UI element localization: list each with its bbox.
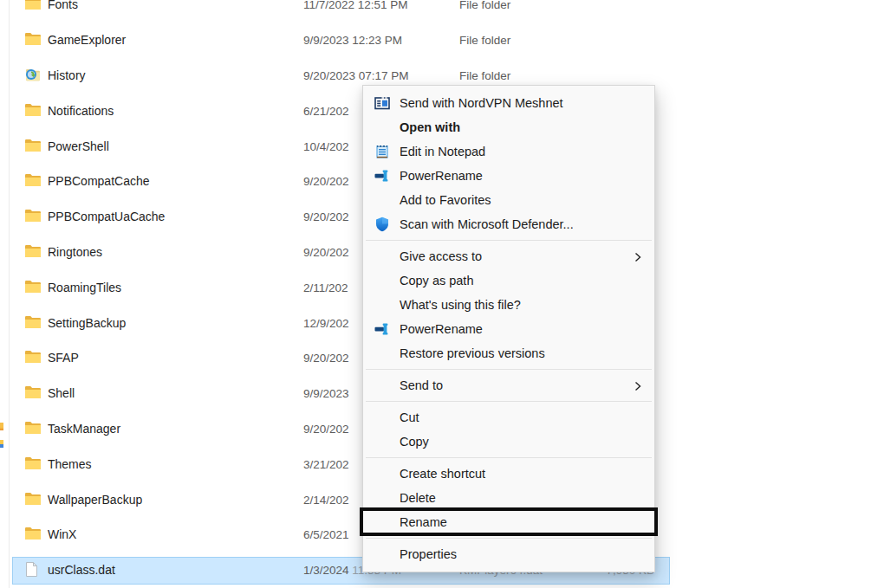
defender-shield-icon: [374, 216, 391, 233]
menu-item-send-to[interactable]: Send to: [363, 373, 654, 397]
history-folder-icon: [24, 67, 43, 84]
file-name: History: [48, 68, 86, 82]
menu-item-label: What's using this file?: [400, 298, 521, 312]
menu-item-label: Edit in Notepad: [400, 145, 485, 158]
folder-icon: [24, 102, 43, 120]
nav-pane-divider: [9, 0, 10, 588]
date-modified: 9/20/202: [303, 245, 349, 258]
menu-item-label: Send to: [400, 378, 443, 392]
chevron-right-icon: [634, 380, 641, 391]
menu-item-label: Delete: [400, 491, 436, 505]
date-modified: 9/20/2023 07:17 PM: [303, 68, 409, 81]
file-name: Ringtones: [48, 245, 102, 259]
menu-item-properties[interactable]: Properties: [363, 542, 654, 566]
folder-icon: [24, 0, 43, 13]
menu-item-label: Create shortcut: [400, 467, 485, 481]
date-modified: 10/4/202: [303, 139, 349, 152]
file-row[interactable]: GameExplorer9/9/2023 12:23 PMFile folder: [12, 23, 879, 58]
file-name: Themes: [48, 457, 92, 471]
menu-separator: [366, 457, 652, 458]
file-name: RoamingTiles: [48, 281, 121, 294]
folder-icon: [24, 172, 43, 190]
menu-item-powerrename[interactable]: PowerRename: [363, 317, 654, 341]
date-modified: 9/9/2023 12:23 PM: [303, 34, 402, 47]
file-type: File folder: [459, 34, 510, 47]
file-icon: [24, 561, 43, 578]
chevron-right-icon: [634, 251, 641, 262]
date-modified: 12/9/202: [303, 316, 349, 329]
date-modified: 3/21/202: [303, 457, 349, 470]
file-type: File folder: [459, 68, 510, 81]
file-type: File folder: [459, 0, 510, 11]
menu-item-copy-as-path[interactable]: Copy as path: [363, 268, 654, 293]
folder-icon: [24, 491, 43, 508]
date-modified: 9/20/202: [303, 422, 349, 435]
folder-icon: [24, 526, 43, 543]
date-modified: 9/20/202: [303, 210, 349, 223]
powerrename-icon: [374, 320, 391, 338]
menu-item-label: Cut: [400, 410, 419, 424]
menu-item-copy[interactable]: Copy: [363, 430, 654, 454]
file-name: GameExplorer: [48, 33, 126, 47]
menu-item-label: Properties: [400, 547, 457, 561]
notepad-icon: [374, 143, 391, 160]
folder-icon: [24, 208, 43, 225]
folder-icon: [24, 31, 43, 48]
folder-icon: [24, 349, 43, 366]
menu-item-give-access-to[interactable]: Give access to: [363, 244, 654, 268]
folder-icon: [24, 384, 43, 402]
date-modified: 11/7/2022 12:51 PM: [303, 0, 408, 11]
menu-item-send-with-nordvpn-meshnet[interactable]: Send with NordVPN Meshnet: [363, 91, 654, 115]
menu-item-label: Add to Favorites: [400, 193, 491, 207]
menu-item-label: PowerRename: [400, 322, 483, 336]
nordvpn-meshnet-icon: [374, 94, 391, 112]
file-name: WallpaperBackup: [48, 493, 142, 507]
file-name: Fonts: [48, 0, 78, 11]
menu-item-add-to-favorites[interactable]: Add to Favorites: [363, 188, 654, 212]
menu-item-edit-in-notepad[interactable]: Edit in Notepad: [363, 139, 654, 164]
menu-item-label: Give access to: [400, 249, 482, 263]
menu-item-what-s-using-this-file[interactable]: What's using this file?: [363, 293, 654, 317]
file-name: Notifications: [48, 104, 114, 118]
menu-separator: [366, 240, 652, 241]
file-name: usrClass.dat: [48, 563, 115, 577]
menu-item-open-with[interactable]: Open with: [363, 115, 654, 139]
date-modified: 6/21/202: [303, 104, 349, 117]
context-menu: Send with NordVPN MeshnetOpen withEdit i…: [362, 85, 655, 572]
menu-item-rename[interactable]: Rename: [363, 510, 654, 534]
menu-item-scan-with-microsoft-defender[interactable]: Scan with Microsoft Defender...: [363, 212, 654, 236]
menu-item-create-shortcut[interactable]: Create shortcut: [363, 462, 654, 486]
powerrename-icon: [374, 167, 391, 184]
file-name: TaskManager: [48, 422, 120, 436]
nav-tree-folder-icon: [0, 423, 3, 430]
menu-item-label: Scan with Microsoft Defender...: [400, 217, 574, 231]
date-modified: 9/20/202: [303, 352, 349, 365]
file-name: SettingBackup: [48, 316, 126, 330]
file-name: WinX: [48, 527, 76, 541]
file-name: PowerShell: [48, 139, 109, 153]
menu-item-label: Restore previous versions: [400, 346, 545, 360]
folder-icon: [24, 456, 43, 473]
date-modified: 2/11/202: [303, 281, 348, 294]
menu-item-powerrename[interactable]: PowerRename: [363, 164, 654, 188]
date-modified: 9/9/2023: [303, 387, 349, 400]
menu-item-delete[interactable]: Delete: [363, 486, 654, 510]
menu-item-label: Send with NordVPN Meshnet: [400, 96, 563, 110]
explorer-window: Fonts11/7/2022 12:51 PMFile folderGameEx…: [0, 0, 884, 588]
folder-icon: [24, 279, 43, 296]
date-modified: 2/14/202: [303, 493, 349, 506]
menu-item-label: Copy: [400, 435, 429, 449]
date-modified: 6/5/2021: [303, 528, 349, 541]
menu-item-restore-previous-versions[interactable]: Restore previous versions: [363, 341, 654, 365]
file-row[interactable]: Fonts11/7/2022 12:51 PMFile folder: [12, 0, 879, 23]
folder-icon: [24, 138, 43, 155]
menu-item-label: Rename: [400, 515, 447, 529]
menu-item-cut[interactable]: Cut: [363, 405, 654, 430]
menu-item-label: Copy as path: [400, 274, 473, 288]
nav-tree-folder-icon: [0, 440, 3, 448]
file-name: PPBCompatCache: [48, 174, 150, 188]
folder-icon: [24, 420, 43, 437]
menu-separator: [366, 538, 652, 539]
menu-item-label: Open with: [400, 120, 460, 134]
menu-separator: [366, 369, 652, 370]
